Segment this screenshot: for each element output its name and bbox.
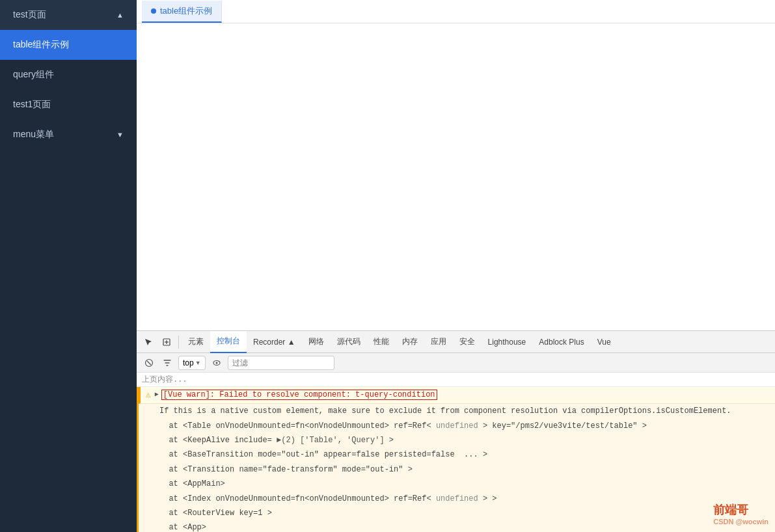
warn-1-line-1: at <Table onVnodeUnmounted=fn<onVnodeUnm… (139, 419, 775, 433)
sidebar-group-menu-header[interactable]: menu菜单 ▼ (0, 120, 137, 150)
chevron-down-icon: ▼ (116, 131, 124, 139)
main-area: test页面 ▲ table组件示例 query组件 test1页面 menu菜… (0, 0, 775, 532)
tab-bar: table组件示例 (137, 0, 775, 23)
warn-1-line-6: at <Index onVnodeUnmounted=fn<onVnodeUnm… (139, 492, 775, 506)
scroll-top-text: 上页内容... (137, 373, 775, 387)
log-level-chevron-icon: ▼ (195, 360, 201, 366)
devtools-tab-console[interactable]: 控制台 (210, 331, 247, 353)
devtools-toolbar: top ▼ (137, 353, 775, 373)
tab-table-label: table组件示例 (160, 5, 212, 17)
devtools-tabs-bar: 元素 控制台 Recorder ▲ 网络 源代码 性能 (137, 331, 775, 353)
eye-icon[interactable] (210, 356, 224, 370)
warn-block-1: ⚠ ▶ [Vue warn]: Failed to resolve compon… (137, 387, 775, 532)
devtools-tab-vue[interactable]: Vue (591, 331, 618, 353)
log-level-select[interactable]: top ▼ (178, 356, 206, 370)
clear-console-button[interactable] (142, 356, 156, 370)
sidebar-group-test: test页面 ▲ table组件示例 query组件 test1页面 (0, 0, 137, 120)
warn-1-line-7: at <RouterView key=1 > (139, 506, 775, 520)
sidebar-group-menu: menu菜单 ▼ (0, 120, 137, 150)
tab-dot-icon (151, 8, 156, 14)
devtools-tab-adblock[interactable]: Adblock Plus (532, 331, 590, 353)
devtools-tab-memory[interactable]: 内存 (396, 331, 424, 353)
sidebar-item-query[interactable]: query组件 (0, 60, 137, 90)
sidebar-group-test-header[interactable]: test页面 ▲ (0, 0, 137, 30)
watermark: 前端哥 CSDN @wocwin (713, 502, 768, 525)
svg-point-6 (215, 362, 217, 364)
sidebar-item-test1[interactable]: test1页面 (0, 90, 137, 120)
sidebar-item-table-label: table组件示例 (13, 39, 69, 49)
devtools-inspect-icon[interactable] (157, 333, 176, 351)
log-level-label: top (183, 358, 194, 367)
devtools-tab-network[interactable]: 网络 (302, 331, 331, 353)
devtools-panel: 元素 控制台 Recorder ▲ 网络 源代码 性能 (137, 330, 775, 532)
sidebar-item-table[interactable]: table组件示例 (0, 30, 137, 60)
warn-1-line-0: If this is a native custom element, make… (139, 404, 775, 418)
devtools-separator-1 (178, 336, 179, 349)
filter-toggle-button[interactable] (160, 356, 174, 370)
warn-1-line-8: at <App> (139, 520, 775, 532)
chevron-up-icon: ▲ (116, 11, 124, 19)
sidebar: test页面 ▲ table组件示例 query组件 test1页面 menu菜… (0, 0, 137, 532)
warn-triangle-icon-1: ⚠ (146, 390, 151, 400)
warn-1-line-5: at <AppMain> (139, 477, 775, 491)
warn-text-1: [Vue warn]: Failed to resolve component:… (161, 389, 437, 401)
app-wrapper: test页面 ▲ table组件示例 query组件 test1页面 menu菜… (0, 0, 775, 532)
devtools-tab-elements[interactable]: 元素 (182, 331, 210, 353)
page-content (137, 23, 775, 330)
devtools-tab-source[interactable]: 源代码 (331, 331, 367, 353)
expand-arrow-1[interactable]: ▶ (155, 390, 159, 398)
warn-row-1: ⚠ ▶ [Vue warn]: Failed to resolve compon… (139, 387, 775, 404)
console-output: 上页内容... ⚠ ▶ [Vue warn]: Failed to resolv… (137, 373, 775, 532)
warn-1-line-2: at <KeepAlive include= ►(2) ['Table', 'Q… (139, 433, 775, 447)
warn-1-line-3: at <BaseTransition mode="out-in" appear=… (139, 447, 775, 462)
devtools-tab-application[interactable]: 应用 (424, 331, 453, 353)
console-filter-input[interactable] (228, 356, 334, 370)
devtools-tab-performance[interactable]: 性能 (367, 331, 396, 353)
devtools-tab-security[interactable]: 安全 (453, 331, 482, 353)
sidebar-item-test1-label: test1页面 (13, 99, 51, 109)
sidebar-item-query-label: query组件 (13, 69, 54, 79)
devtools-cursor-icon[interactable] (139, 333, 157, 351)
content-area: table组件示例 元素 (137, 0, 775, 532)
sidebar-group-menu-label: menu菜单 (13, 129, 54, 140)
watermark-line1: 前端哥 (713, 502, 768, 518)
sidebar-group-test-label: test页面 (13, 9, 46, 21)
svg-line-4 (147, 361, 151, 365)
devtools-tab-lighthouse[interactable]: Lighthouse (482, 331, 533, 353)
tab-table-component[interactable]: table组件示例 (142, 1, 222, 23)
watermark-line2: CSDN @wocwin (713, 518, 768, 525)
warn-1-line-4: at <Transition name="fade-transform" mod… (139, 462, 775, 477)
devtools-tab-recorder[interactable]: Recorder ▲ (247, 331, 302, 353)
